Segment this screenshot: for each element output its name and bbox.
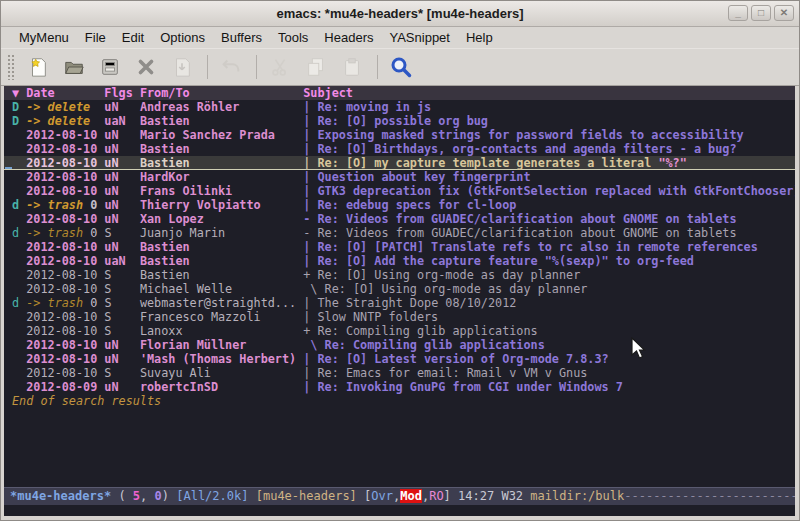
new-file-button[interactable] xyxy=(25,54,51,80)
modeline-segment: ------------------------------ xyxy=(624,489,795,503)
mu4e-headers-buffer: ▼ Date Flgs From/To Subject D -> delete … xyxy=(4,86,795,516)
title-bar: emacs: *mu4e-headers* [mu4e-headers] _□✕ xyxy=(1,1,799,27)
modeline-segment xyxy=(248,489,255,503)
modeline-segment: ) xyxy=(162,489,176,503)
modeline-segment: [ xyxy=(357,489,371,503)
message-row[interactable]: 2012-08-10 uN Florian Müllner \ Re: Comp… xyxy=(4,338,795,352)
message-row[interactable]: 2012-08-10 S Francesco Mazzoli | Slow NN… xyxy=(4,310,795,324)
window-title: emacs: *mu4e-headers* [mu4e-headers] xyxy=(276,6,523,21)
message-row[interactable]: 2012-08-10 uN Bastien | Re: [O] Birthday… xyxy=(4,142,795,156)
modeline-segment: RO xyxy=(429,489,443,503)
message-row[interactable]: d -> trash 0 S webmaster@straightd... | … xyxy=(4,296,795,310)
toolbar-separator xyxy=(256,55,257,79)
menu-mymenu[interactable]: MyMenu xyxy=(11,28,77,47)
message-row[interactable]: 2012-08-10 S Lanoxx + Re: Compiling glib… xyxy=(4,324,795,338)
search-button[interactable] xyxy=(388,54,414,80)
modeline-segment: Mod xyxy=(400,489,422,503)
echo-area xyxy=(4,505,795,516)
message-row[interactable]: 2012-08-10 uN 'Mash (Thomas Herbert) | R… xyxy=(4,352,795,366)
headers-column-header: ▼ Date Flgs From/To Subject xyxy=(4,86,795,100)
modeline-segment: 14:27 W32 xyxy=(458,489,530,503)
message-row[interactable]: 2012-08-10 uN Frans Oilinki | GTK3 depre… xyxy=(4,184,795,198)
menu-help[interactable]: Help xyxy=(458,28,501,47)
save-button[interactable] xyxy=(97,54,123,80)
modeline-segment: *mu4e-headers* xyxy=(10,489,111,503)
modeline-segment: 5 xyxy=(133,489,140,503)
menu-file[interactable]: File xyxy=(77,28,114,47)
menu-edit[interactable]: Edit xyxy=(114,28,152,47)
message-row[interactable]: 2012-08-10 uN HardKor | Question about k… xyxy=(4,170,795,184)
message-row[interactable]: D -> delete uaN Bastien | Re: [O] possib… xyxy=(4,114,795,128)
copy-button xyxy=(303,54,329,80)
undo-button xyxy=(218,54,244,80)
modeline-segment: ] xyxy=(444,489,458,503)
cut-button xyxy=(267,54,293,80)
modeline-segment: Ovr xyxy=(371,489,393,503)
menu-tools[interactable]: Tools xyxy=(270,28,316,47)
maximize-button[interactable]: □ xyxy=(751,5,771,21)
close-buffer-button[interactable] xyxy=(133,54,159,80)
end-of-search-results: End of search results xyxy=(4,394,795,408)
mode-line: *mu4e-headers* ( 5, 0) [All/2.0k] [mu4e-… xyxy=(4,487,795,505)
message-row[interactable]: D -> delete uN Andreas Röhler | Re: movi… xyxy=(4,100,795,114)
message-row[interactable]: 2012-08-10 uN Bastien | Re: [O] my captu… xyxy=(4,156,795,170)
toolbar-separator xyxy=(207,55,208,79)
message-row[interactable]: 2012-08-10 S Michael Welle \ Re: [O] Usi… xyxy=(4,282,795,296)
toolbar-separator xyxy=(377,55,378,79)
modeline-segment: , xyxy=(140,489,154,503)
message-row[interactable]: 2012-08-09 uN robertcInSD | Re: Invoking… xyxy=(4,380,795,394)
message-row[interactable]: 2012-08-10 S Suvayu Ali | Re: Emacs for … xyxy=(4,366,795,380)
close-button[interactable]: ✕ xyxy=(774,5,794,21)
menu-options[interactable]: Options xyxy=(152,28,213,47)
menu-buffers[interactable]: Buffers xyxy=(213,28,270,47)
message-row[interactable]: 2012-08-10 uN Bastien | Re: [O] [PATCH] … xyxy=(4,240,795,254)
message-list: D -> delete uN Andreas Röhler | Re: movi… xyxy=(4,100,795,394)
modeline-segment: maildir:/bulk xyxy=(530,489,624,503)
modeline-segment: [All/2.0k] xyxy=(176,489,248,503)
menu-bar: MyMenuFileEditOptionsBuffersToolsHeaders… xyxy=(1,27,799,48)
message-row[interactable]: 2012-08-10 uN Mario Sanchez Prada | Expo… xyxy=(4,128,795,142)
menu-yasnippet[interactable]: YASnippet xyxy=(381,28,457,47)
buffer-empty-area xyxy=(4,408,795,487)
message-row[interactable]: 2012-08-10 S Bastien + Re: [O] Using org… xyxy=(4,268,795,282)
minimize-button[interactable]: _ xyxy=(728,5,748,21)
message-row[interactable]: d -> trash 0 S Juanjo Marin - Re: Videos… xyxy=(4,226,795,240)
modeline-segment: [mu4e-headers] xyxy=(256,489,357,503)
modeline-segment: ( xyxy=(111,489,133,503)
emacs-window: emacs: *mu4e-headers* [mu4e-headers] _□✕… xyxy=(0,0,800,521)
paste-button xyxy=(339,54,365,80)
toolbar xyxy=(1,48,799,86)
message-row[interactable]: 2012-08-10 uN Xan Lopez - Re: Videos fro… xyxy=(4,212,795,226)
open-folder-button[interactable] xyxy=(61,54,87,80)
text-cursor xyxy=(5,167,12,169)
window-controls: _□✕ xyxy=(728,5,794,21)
modeline-segment: 0 xyxy=(155,489,162,503)
message-row[interactable]: 2012-08-10 uaN Bastien | Re: [O] Add the… xyxy=(4,254,795,268)
toolbar-drag-handle[interactable] xyxy=(7,54,15,80)
save-as-button xyxy=(169,54,195,80)
menu-headers[interactable]: Headers xyxy=(316,28,381,47)
message-row[interactable]: d -> trash 0 uN Thierry Volpiatto | Re: … xyxy=(4,198,795,212)
